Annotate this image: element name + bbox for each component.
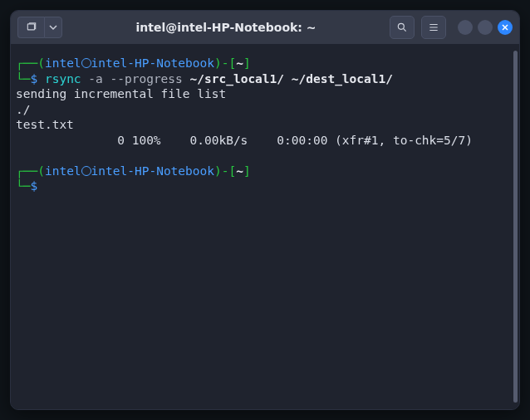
cmd-bin: rsync [45,72,81,85]
out-line-3: test.txt [16,118,74,131]
menu-button[interactable] [421,16,446,39]
out-line-1: sending incremental file list [16,87,226,100]
cmd-args: ~/src_local1/ ~/dest_local1/ [183,72,393,85]
prompt-rparen: )-[ [214,56,236,70]
prompt2-user: intel [45,164,81,178]
cmd-flags: -a --progress [81,72,183,85]
window-title: intel@intel-HP-Notebook: ~ [69,21,383,34]
prompt-host: intel-HP-Notebook [91,56,214,70]
prompt-cwd: ~ [236,56,243,70]
out-line-4: 0 100% 0.00kB/s 0:00:00 (xfr#1, to-chk=5… [16,134,473,147]
svg-line-2 [403,28,405,31]
svg-point-1 [398,23,404,29]
prompt2-host: intel-HP-Notebook [91,164,214,178]
svg-rect-0 [27,24,34,30]
prompt2-lparen: ( [37,164,45,178]
scrollbar-thumb[interactable] [513,51,518,403]
prompt-rbrack: ] [243,56,251,70]
window-controls [458,20,513,35]
prompt-corner2: └─ [16,72,30,85]
terminal-area[interactable]: ┌──(intelintel-HP-Notebook)-[~] └─$ rsyn… [11,44,519,409]
terminal-output[interactable]: ┌──(intelintel-HP-Notebook)-[~] └─$ rsyn… [11,44,512,409]
prompt2-rbrack: ] [243,164,251,178]
prompt-corner: ┌── [16,56,37,70]
prompt2-rparen: )-[ [214,164,236,178]
prompt-sigil: $ [30,72,37,85]
titlebar-right [390,16,513,39]
close-button[interactable] [498,20,513,35]
out-line-2: ./ [16,103,30,116]
kali-icon [81,166,91,176]
search-button[interactable] [390,16,415,39]
tab-dropdown-button[interactable] [44,17,62,38]
prompt2-corner: ┌── [16,164,37,178]
titlebar: intel@intel-HP-Notebook: ~ [11,11,519,44]
prompt-lparen: ( [37,56,45,70]
minimize-button[interactable] [458,20,473,35]
prompt-user: intel [45,56,81,70]
prompt2-sigil: $ [30,179,37,193]
scrollbar[interactable] [512,44,519,409]
terminal-window: intel@intel-HP-Notebook: ~ ┌──(intelinte… [10,10,520,410]
prompt2-corner2: └─ [16,179,30,193]
prompt2-cwd: ~ [236,164,243,178]
kali-icon [81,58,91,68]
new-tab-button[interactable] [17,17,44,38]
titlebar-left [17,17,62,38]
maximize-button[interactable] [478,20,493,35]
